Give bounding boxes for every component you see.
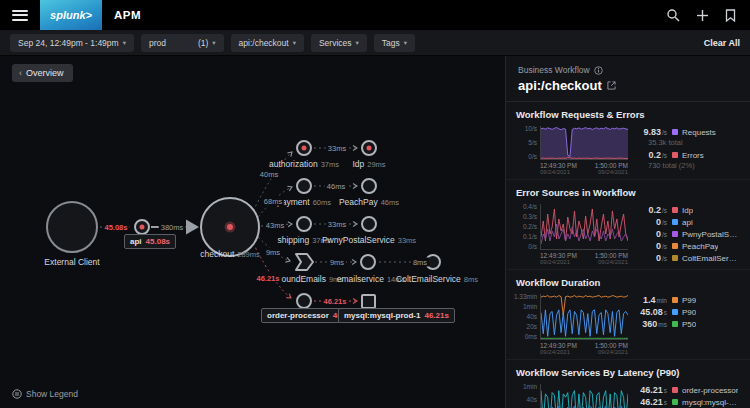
badge-api[interactable]: api45.08s — [124, 234, 176, 249]
legend-item[interactable]: 46.21smysql:mysql-pr... — [634, 397, 740, 407]
legend-swatch — [672, 297, 678, 303]
legend-swatch — [672, 387, 678, 393]
services-filter[interactable]: Services ▾ — [311, 34, 367, 52]
legend-item[interactable]: 360msP50 — [634, 319, 740, 329]
y-axis: 0.4/s0.3/s0.2/s0.1/s0/s — [516, 204, 540, 250]
x-axis: 12:49:30 PM09/24/2021 1:50:00 PM09/24/20… — [540, 162, 628, 175]
x-axis: 12:49:30 PM09/24/2021 1:50:00 PM09/24/20… — [540, 252, 628, 265]
section-title: Error Sources in Workflow — [516, 187, 740, 198]
node-label-pwnypostalservice: PwnyPostalService33ms — [322, 235, 416, 245]
legend-item[interactable]: 1.4minP99 — [634, 295, 740, 305]
edge-label-auth-idp: 33ms — [326, 144, 348, 153]
y-axis: 1.33min1min40s20s0ms — [516, 294, 540, 340]
environment-filter[interactable]: prod (1) ▾ — [141, 34, 224, 52]
legend-swatch — [672, 243, 678, 249]
app-title: APM — [114, 9, 141, 21]
edge-label-api-checkout: 380ms — [159, 223, 186, 232]
filter-bar: Sep 24, 12:49pm - 1:49pm ▾ prod (1) ▾ ap… — [0, 30, 750, 56]
node-shipping[interactable] — [296, 216, 312, 232]
legend-swatch — [672, 129, 678, 135]
overview-button[interactable]: ‹Overview — [12, 64, 73, 82]
node-emailservice[interactable] — [360, 254, 376, 270]
node-label-emailservice: emailservice14ms — [337, 274, 406, 284]
section-workflow-duration: Workflow Duration 1.33min1min40s20s0ms 1… — [506, 269, 750, 359]
legend-swatch — [672, 309, 678, 315]
legend-subtext: 35.3k total — [648, 138, 740, 147]
plus-icon[interactable] — [696, 9, 709, 22]
legend-item[interactable]: 0/sapi — [634, 217, 740, 227]
chevron-down-icon: ▾ — [123, 39, 126, 47]
workflow-duration-chart — [540, 294, 628, 340]
error-sources-chart — [540, 204, 628, 250]
environment-label: prod — [149, 38, 166, 48]
node-label-external-client: External Client — [44, 257, 99, 267]
search-icon[interactable] — [666, 8, 680, 22]
node-authorization[interactable] — [296, 140, 312, 156]
workflow-filter[interactable]: api:/checkout ▾ — [231, 34, 304, 52]
services-label: Services — [319, 38, 352, 48]
node-label-peachpay: PeachPay46ms — [339, 197, 399, 207]
legend-item[interactable]: 0/sPeachPay — [634, 241, 740, 251]
clear-all-button[interactable]: Clear All — [704, 38, 740, 48]
edge-label-email-colt: 8ms — [411, 258, 429, 267]
legend-swatch — [672, 321, 678, 327]
error-dot — [227, 224, 233, 230]
legend-item[interactable]: 46.21sorder-processor — [634, 385, 740, 395]
hamburger-menu-icon[interactable] — [12, 10, 28, 21]
edge-label-checkout-op: 46.21s — [255, 274, 282, 283]
legend-swatch — [672, 219, 678, 225]
info-icon[interactable] — [594, 66, 603, 75]
legend-item[interactable]: 9.83/sRequests — [634, 127, 740, 137]
edge-label-checkout-payment: 68ms — [262, 197, 284, 206]
chevron-left-icon: ‹ — [19, 68, 22, 78]
chevron-down-icon: ▾ — [356, 39, 359, 47]
chevron-down-icon: ▾ — [293, 39, 296, 47]
bookmark-icon[interactable] — [725, 9, 736, 22]
node-outboundemails-queue-icon[interactable] — [294, 252, 315, 272]
legend-item[interactable]: 0.2/sErrors — [634, 150, 740, 160]
error-dot — [140, 225, 145, 230]
workflow-side-panel: Business Workflow api:/checkout Workflow… — [505, 56, 750, 408]
legend-item[interactable]: 0/sPwnyPostalSer... — [634, 229, 740, 239]
node-payment[interactable] — [296, 178, 312, 194]
node-checkout[interactable] — [200, 197, 260, 257]
edge-label-checkout-shipping: 43ms — [264, 221, 286, 230]
x-axis: 12:49:30 PM09/24/2021 1:50:00 PM09/24/20… — [540, 342, 628, 355]
node-label-idp: Idp29ms — [352, 159, 385, 169]
node-external-client[interactable] — [46, 201, 98, 253]
tags-filter[interactable]: Tags ▾ — [374, 34, 415, 52]
chart-legend: 1.4minP99 45.08sP90 360msP50 — [634, 294, 740, 331]
time-range-filter[interactable]: Sep 24, 12:49pm - 1:49pm ▾ — [10, 34, 134, 52]
legend-swatch — [672, 152, 678, 158]
legend-item[interactable]: 0/sColtEmailService — [634, 253, 740, 263]
legend-icon — [12, 389, 22, 399]
chart-legend: 46.21sorder-processor 46.21smysql:mysql-… — [634, 384, 740, 408]
badge-mysql[interactable]: mysql:mysql-prod-146.21s — [338, 308, 455, 323]
show-legend-button[interactable]: Show Legend — [12, 389, 78, 399]
node-label-checkout: checkout289ms — [200, 249, 260, 259]
panel-title: api:/checkout — [518, 78, 602, 93]
breadcrumb: Business Workflow — [518, 65, 590, 75]
legend-subtext: 730 total (2%) — [648, 161, 740, 170]
node-api[interactable] — [134, 219, 150, 235]
node-label-coltemailservice: ColtEmailService8ms — [396, 274, 478, 284]
error-dot — [302, 146, 307, 151]
legend-item[interactable]: 45.08sP90 — [634, 307, 740, 317]
node-peachpay[interactable] — [361, 178, 377, 194]
section-title: Workflow Requests & Errors — [516, 109, 740, 120]
node-pwnypostalservice[interactable] — [361, 216, 377, 232]
node-idp[interactable] — [361, 140, 377, 156]
workflow-filter-label: api:/checkout — [239, 38, 289, 48]
section-error-sources: Error Sources in Workflow 0.4/s0.3/s0.2/… — [506, 179, 750, 269]
legend-item[interactable]: 0.2/sIdp — [634, 205, 740, 215]
legend-swatch — [672, 399, 678, 405]
services-latency-chart — [540, 384, 628, 408]
node-label-authorization: authorization37ms — [269, 159, 339, 169]
edge-label-shipping-pwny: 33ms — [326, 220, 348, 229]
splunk-logo[interactable]: splunk> — [40, 0, 102, 30]
requests-errors-chart — [540, 126, 628, 160]
node-order-processor[interactable] — [296, 293, 312, 309]
external-link-icon[interactable] — [607, 81, 616, 90]
node-mysql[interactable] — [361, 294, 376, 309]
legend-swatch — [672, 231, 678, 237]
